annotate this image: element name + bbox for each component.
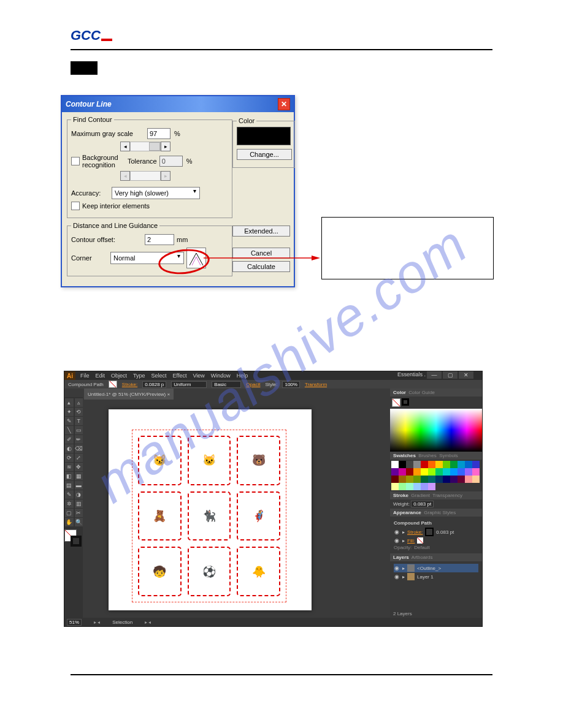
swatch[interactable] — [406, 483, 413, 490]
swatch[interactable] — [428, 461, 435, 468]
direct-selection-tool-icon[interactable]: ▵ — [75, 398, 83, 407]
free-transform-tool-icon[interactable]: ✥ — [75, 463, 83, 471]
zoom-field[interactable]: 100% — [282, 381, 299, 388]
blob-brush-tool-icon[interactable]: ◐ — [65, 444, 74, 453]
swatch[interactable] — [406, 476, 413, 483]
close-icon[interactable]: ✕ — [459, 371, 473, 379]
menu-select[interactable]: Select — [151, 373, 167, 379]
zoom-tool-icon[interactable]: 🔍 — [75, 518, 83, 526]
fill-stroke-indicator[interactable] — [64, 529, 82, 547]
hand-tool-icon[interactable]: ✋ — [65, 518, 74, 526]
artboard-tool-icon[interactable]: ▢ — [65, 509, 74, 517]
accuracy-select[interactable]: Very high (slower) — [112, 187, 200, 199]
mesh-tool-icon[interactable]: ▤ — [65, 481, 74, 490]
swatch[interactable] — [413, 461, 421, 468]
menu-window[interactable]: Window — [211, 373, 231, 379]
swatch[interactable] — [443, 476, 450, 483]
swatch[interactable] — [399, 468, 406, 476]
eyedropper-tool-icon[interactable]: ✎ — [65, 490, 74, 499]
perspective-tool-icon[interactable]: ▦ — [75, 472, 83, 480]
swatch[interactable] — [458, 476, 465, 483]
document-tab[interactable]: Untitled-1* @ 51% (CMYK/Preview) × — [84, 389, 174, 400]
swatch[interactable] — [391, 468, 399, 476]
swatch[interactable] — [406, 461, 413, 468]
swatch[interactable] — [399, 476, 406, 483]
layer-name[interactable]: Layer 1 — [417, 574, 434, 580]
swatch[interactable] — [458, 468, 465, 476]
swatch[interactable] — [450, 461, 458, 468]
menu-file[interactable]: File — [80, 373, 90, 379]
extended-button[interactable]: Extended... — [232, 226, 290, 237]
swatch[interactable] — [391, 483, 399, 490]
swatch[interactable] — [428, 476, 435, 483]
shape-builder-tool-icon[interactable]: ◧ — [65, 472, 74, 480]
menu-edit[interactable]: Edit — [96, 373, 105, 379]
opacity-link[interactable]: Opacit — [246, 382, 260, 387]
status-zoom[interactable]: 51% — [67, 619, 82, 626]
panel-tab-layers[interactable]: Layers Artboards — [390, 553, 482, 561]
menu-view[interactable]: View — [193, 373, 204, 379]
swatches-grid[interactable] — [390, 460, 482, 491]
panel-tab-appearance[interactable]: Appearance Graphic Styles — [390, 509, 482, 517]
swatch[interactable] — [421, 476, 428, 483]
swatch[interactable] — [465, 461, 472, 468]
selection-tool-icon[interactable]: ▴ — [65, 398, 74, 407]
lasso-tool-icon[interactable]: ⟲ — [75, 408, 83, 416]
swatch[interactable] — [399, 483, 406, 490]
swatch[interactable] — [465, 476, 472, 483]
swatch[interactable] — [472, 461, 480, 468]
blend-tool-icon[interactable]: ◑ — [75, 490, 83, 499]
swatch[interactable] — [399, 461, 406, 468]
swatch[interactable] — [391, 476, 399, 483]
panel-tab-color[interactable]: Color Color Guide — [390, 389, 482, 396]
weight-field[interactable]: 0.083 pt — [411, 501, 434, 507]
layer-name[interactable]: <Outline_> — [417, 566, 441, 571]
width-tool-icon[interactable]: ≋ — [65, 463, 74, 471]
swatch[interactable] — [413, 483, 421, 490]
bg-recognition-checkbox[interactable] — [71, 157, 80, 165]
max-gray-input[interactable] — [147, 128, 170, 139]
panel-tab-stroke[interactable]: Stroke Gradient Transparency — [390, 491, 482, 499]
change-button[interactable]: Change... — [237, 149, 292, 160]
swatch[interactable] — [465, 468, 472, 476]
stroke-link[interactable]: Stroke: — [122, 382, 137, 387]
swatch[interactable] — [458, 461, 465, 468]
workspace-name[interactable]: Essentials . — [397, 371, 426, 377]
swatch[interactable] — [391, 461, 399, 468]
calculate-button[interactable]: Calculate — [232, 261, 290, 272]
visibility-icon[interactable]: ◉ — [394, 537, 400, 544]
swatch[interactable] — [406, 468, 413, 476]
swatch[interactable] — [413, 468, 421, 476]
visibility-icon[interactable]: ◉ — [394, 565, 400, 571]
swatch[interactable] — [450, 468, 458, 476]
swatch[interactable] — [443, 461, 450, 468]
stroke-weight-field[interactable]: 0.0828 p — [142, 381, 166, 388]
swatch[interactable] — [421, 461, 428, 468]
swatch[interactable] — [472, 468, 480, 476]
swatch[interactable] — [435, 476, 443, 483]
slice-tool-icon[interactable]: ✂ — [75, 509, 83, 517]
transform-link[interactable]: Transform — [305, 382, 327, 387]
swatch[interactable] — [450, 476, 458, 483]
close-icon[interactable]: ✕ — [278, 98, 290, 110]
rectangle-tool-icon[interactable]: ▭ — [75, 426, 83, 434]
swatch[interactable] — [435, 461, 443, 468]
minimize-icon[interactable]: — — [427, 371, 442, 379]
offset-input[interactable] — [145, 234, 174, 245]
rotate-tool-icon[interactable]: ⟳ — [65, 453, 74, 462]
swatch[interactable] — [472, 476, 480, 483]
color-stroke-icon[interactable] — [402, 398, 409, 406]
symbol-sprayer-tool-icon[interactable]: ✲ — [65, 499, 74, 508]
swatch[interactable] — [428, 468, 435, 476]
pencil-tool-icon[interactable]: ✏ — [75, 435, 83, 444]
type-tool-icon[interactable]: T — [75, 417, 83, 425]
eraser-tool-icon[interactable]: ⌫ — [75, 444, 83, 453]
scale-tool-icon[interactable]: ⤢ — [75, 453, 83, 462]
visibility-icon[interactable]: ◉ — [394, 574, 400, 580]
menu-effect[interactable]: Effect — [173, 373, 187, 379]
scroll-left-button[interactable]: ◂ — [120, 142, 130, 151]
swatch[interactable] — [413, 476, 421, 483]
scroll-track[interactable] — [130, 142, 161, 151]
swatch[interactable] — [421, 468, 428, 476]
swatch[interactable] — [421, 483, 428, 490]
